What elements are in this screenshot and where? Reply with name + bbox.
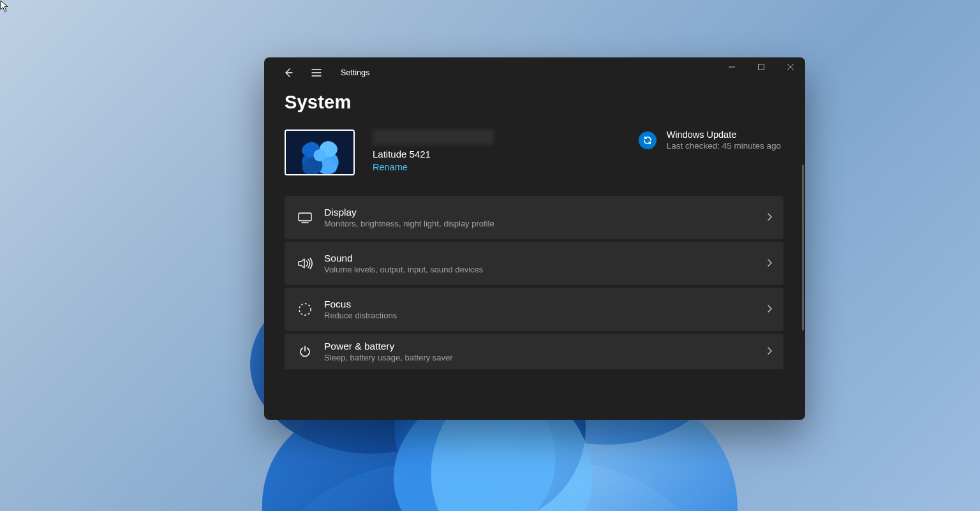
update-sync-icon [639, 131, 657, 149]
settings-window: Settings System [264, 57, 805, 420]
svg-point-12 [299, 304, 311, 315]
close-button[interactable] [776, 57, 805, 77]
settings-item-display[interactable]: Display Monitors, brightness, night ligh… [285, 196, 783, 239]
item-title: Focus [324, 299, 766, 310]
maximize-icon [758, 64, 764, 70]
titlebar: Settings [264, 57, 805, 88]
scrollbar-thumb[interactable] [802, 165, 804, 330]
chevron-right-icon [766, 304, 773, 315]
item-subtitle: Volume levels, output, input, sound devi… [324, 265, 766, 274]
app-title: Settings [341, 68, 369, 77]
windows-update-block[interactable]: Windows Update Last checked: 45 minutes … [639, 130, 781, 151]
settings-item-power[interactable]: Power & battery Sleep, battery usage, ba… [285, 334, 783, 369]
navigation-menu-button[interactable] [304, 60, 329, 85]
page-title: System [285, 92, 785, 113]
back-button[interactable] [276, 60, 301, 85]
item-subtitle: Reduce distractions [324, 311, 766, 320]
rename-link[interactable]: Rename [373, 162, 408, 172]
close-icon [787, 64, 794, 70]
item-title: Sound [324, 253, 766, 264]
item-subtitle: Sleep, battery usage, battery saver [324, 353, 766, 362]
device-name-redacted [373, 130, 494, 145]
svg-rect-5 [759, 64, 764, 70]
wallpaper-thumbnail-icon [286, 131, 353, 175]
minimize-icon [729, 64, 735, 70]
chevron-right-icon [766, 346, 773, 357]
device-thumbnail[interactable] [285, 130, 355, 175]
device-meta: Latitude 5421 Rename [373, 130, 621, 172]
svg-rect-10 [299, 213, 311, 221]
power-icon [295, 345, 315, 358]
chevron-right-icon [766, 258, 773, 269]
item-title: Power & battery [324, 341, 766, 352]
update-subtitle: Last checked: 45 minutes ago [667, 141, 781, 151]
update-title: Windows Update [667, 130, 781, 140]
maximize-button[interactable] [746, 57, 776, 77]
display-icon [295, 212, 315, 223]
mouse-cursor-icon [0, 0, 10, 15]
item-subtitle: Monitors, brightness, night light, displ… [324, 219, 766, 228]
back-arrow-icon [283, 68, 293, 78]
content-area: System [264, 88, 805, 420]
device-model: Latitude 5421 [373, 149, 621, 159]
minimize-button[interactable] [717, 57, 746, 77]
svg-point-9 [313, 149, 325, 161]
item-title: Display [324, 207, 766, 218]
focus-icon [295, 302, 315, 316]
hamburger-icon [311, 68, 322, 77]
settings-item-focus[interactable]: Focus Reduce distractions [285, 288, 783, 331]
device-header-row: Latitude 5421 Rename Windows Update Last… [285, 130, 785, 175]
chevron-right-icon [766, 212, 773, 223]
sound-icon [295, 257, 315, 270]
settings-item-sound[interactable]: Sound Volume levels, output, input, soun… [285, 242, 783, 285]
system-settings-list: Display Monitors, brightness, night ligh… [285, 196, 785, 369]
